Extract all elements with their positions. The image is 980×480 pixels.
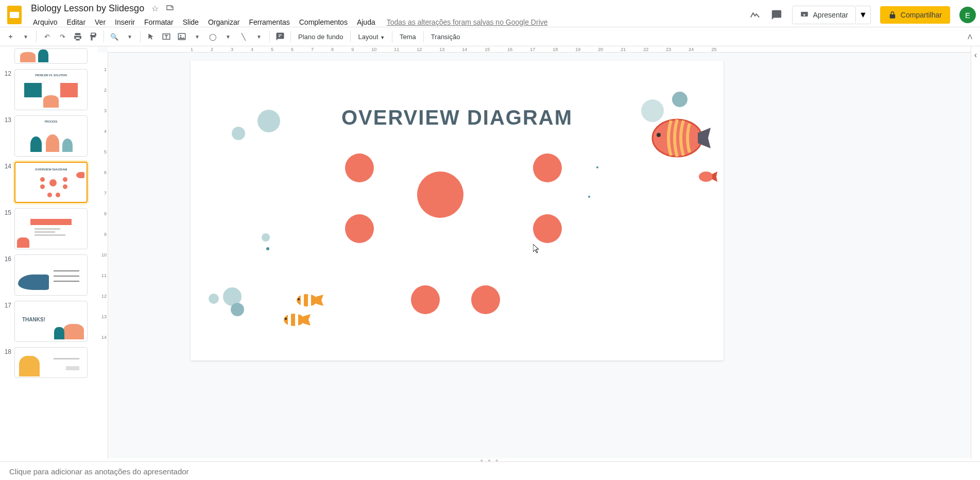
water-bubble [231, 303, 244, 316]
speaker-notes[interactable]: Clique para adicionar as anotações do ap… [0, 461, 980, 480]
canvas[interactable]: 1234567891011121314151617181920212223242… [98, 46, 971, 458]
comments-icon[interactable] [770, 9, 783, 21]
slide-thumb-18[interactable] [14, 347, 88, 378]
shape-tool[interactable]: ◯ [205, 29, 220, 44]
thumb-num: 16 [4, 254, 11, 296]
line-tool[interactable]: ╲ [236, 29, 251, 44]
print-button[interactable] [71, 29, 85, 44]
background-button[interactable]: Plano de fundo [294, 33, 347, 41]
star-icon[interactable]: ☆ [151, 4, 159, 13]
menu-ferramentas[interactable]: Ferramentas [245, 16, 294, 28]
svg-rect-16 [295, 314, 298, 326]
water-bubble [596, 166, 598, 168]
comment-tool[interactable] [273, 29, 287, 44]
menu-arquivo[interactable]: Arquivo [29, 16, 61, 28]
thumb-num: 17 [4, 301, 11, 342]
menu-ajuda[interactable]: Ajuda [353, 16, 380, 28]
undo-button[interactable]: ↶ [40, 29, 54, 44]
line-dropdown[interactable]: ▼ [252, 29, 266, 44]
slides-logo[interactable] [4, 5, 25, 25]
svg-rect-15 [288, 314, 291, 326]
collapse-toolbar-icon[interactable]: ᐱ [962, 29, 977, 44]
paint-format-button[interactable] [86, 29, 100, 44]
clownfish-icon [281, 311, 312, 329]
diagram-circle[interactable] [345, 214, 374, 243]
menu-bar: Arquivo Editar Ver Inserir Formatar Slid… [29, 16, 749, 28]
svg-rect-12 [308, 294, 311, 306]
new-slide-dropdown[interactable]: ▼ [19, 29, 33, 44]
slide-thumb-16[interactable] [14, 254, 88, 296]
present-label: Apresentar [813, 11, 848, 19]
explore-rail[interactable]: ‹ [971, 46, 980, 458]
water-bubble [257, 110, 280, 132]
svg-point-13 [298, 298, 300, 300]
select-tool[interactable] [144, 29, 158, 44]
water-bubble [266, 247, 269, 250]
svg-rect-1 [10, 12, 19, 18]
slide-thumb-11[interactable] [14, 48, 88, 64]
svg-point-17 [285, 318, 287, 320]
layout-button[interactable]: Layout ▼ [354, 33, 389, 41]
thumb-num: 15 [4, 208, 11, 249]
move-icon[interactable] [166, 4, 174, 13]
slide-main[interactable]: OVERVIEW DIAGRAM [191, 61, 724, 361]
textbox-tool[interactable] [159, 29, 174, 44]
theme-button[interactable]: Tema [396, 33, 420, 41]
thumb-num: 18 [4, 347, 11, 378]
diagram-circle[interactable] [345, 153, 374, 182]
diagram-circle[interactable] [471, 285, 500, 314]
menu-formatar[interactable]: Formatar [140, 16, 178, 28]
svg-point-9 [699, 172, 713, 182]
water-bubble [672, 92, 687, 107]
menu-organizar[interactable]: Organizar [204, 16, 244, 28]
diagram-circle[interactable] [417, 172, 463, 218]
doc-title[interactable]: Biology Lesson by Slidesgo [29, 2, 146, 15]
toolbar: ＋ ▼ ↶ ↷ 🔍 ▼ ▼ ◯ ▼ ╲ ▼ Plano de fundo Lay… [0, 27, 980, 46]
water-bubble [588, 196, 590, 198]
diagram-circle[interactable] [533, 153, 562, 182]
image-dropdown[interactable]: ▼ [190, 29, 204, 44]
diagram-circle[interactable] [533, 214, 562, 243]
account-avatar[interactable]: E [959, 7, 976, 23]
present-dropdown[interactable]: ▼ [856, 6, 871, 24]
water-bubble [209, 294, 219, 304]
svg-point-14 [284, 314, 304, 326]
slide-thumb-13[interactable]: PROCESS [14, 115, 88, 157]
horizontal-ruler: 1234567891011121314151617181920212223242… [108, 46, 971, 53]
present-button[interactable]: Apresentar [792, 6, 856, 24]
vertical-ruler: 1234567891011121314 [98, 53, 108, 458]
svg-point-5 [180, 35, 181, 37]
image-tool[interactable] [175, 29, 189, 44]
redo-button[interactable]: ↷ [55, 29, 70, 44]
new-slide-button[interactable]: ＋ [3, 29, 18, 44]
shape-dropdown[interactable]: ▼ [221, 29, 235, 44]
svg-rect-2 [801, 12, 808, 16]
share-button[interactable]: Compartilhar [880, 6, 950, 24]
clownfish-icon [294, 292, 324, 309]
menu-ver[interactable]: Ver [91, 16, 110, 28]
chevron-left-icon[interactable]: ‹ [974, 50, 977, 60]
zoom-dropdown[interactable]: ▼ [123, 29, 137, 44]
transition-button[interactable]: Transição [427, 33, 465, 41]
slide-thumb-14[interactable]: OVERVIEW DIAGRAM [14, 162, 88, 203]
save-status[interactable]: Todas as alterações foram salvas no Goog… [387, 18, 548, 26]
cursor-icon [533, 244, 539, 253]
svg-point-8 [657, 133, 661, 137]
menu-slide[interactable]: Slide [179, 16, 203, 28]
menu-complementos[interactable]: Complementos [295, 16, 352, 28]
menu-inserir[interactable]: Inserir [111, 16, 139, 28]
water-bubble [262, 233, 270, 242]
slide-thumb-17[interactable]: THANKS! [14, 301, 88, 342]
slide-thumb-12[interactable]: PROBLEM VS. SOLUTION [14, 69, 88, 110]
menu-editar[interactable]: Editar [62, 16, 90, 28]
thumb-num: 12 [4, 69, 11, 110]
thumb-num: 13 [4, 115, 11, 157]
slide-thumb-15[interactable] [14, 208, 88, 249]
filmstrip[interactable]: 12 PROBLEM VS. SOLUTION 13 PROCESS [0, 46, 98, 458]
small-fish-icon [697, 169, 718, 184]
activity-icon[interactable] [749, 9, 761, 21]
zoom-button[interactable]: 🔍 [107, 29, 122, 44]
svg-point-10 [297, 294, 317, 306]
svg-rect-11 [301, 294, 304, 306]
diagram-circle[interactable] [411, 285, 440, 314]
